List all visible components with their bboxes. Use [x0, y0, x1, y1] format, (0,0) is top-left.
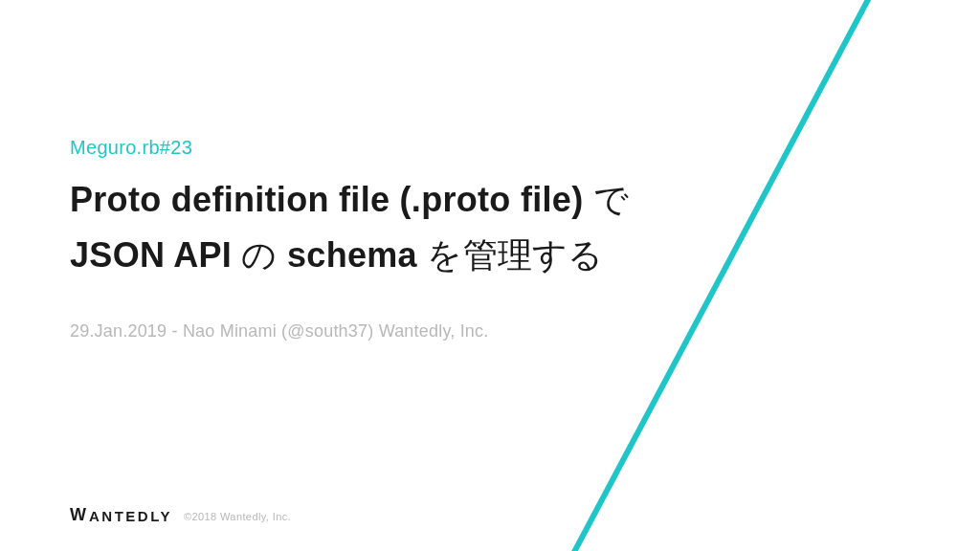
logo-mark-icon: W: [70, 505, 86, 525]
title-line-1: Proto definition file (.proto file) で: [70, 172, 629, 228]
title-mid-2: の: [232, 235, 287, 275]
logo-text: ANTEDLY: [89, 508, 172, 524]
title-bold-2b: schema: [287, 235, 417, 275]
wantedly-logo: WANTEDLY: [70, 506, 172, 526]
byline: 29.Jan.2019 - Nao Minami (@south37) Want…: [70, 321, 488, 342]
title-bold-1: Proto definition file (.proto file): [70, 180, 583, 219]
talk-title: Proto definition file (.proto file) で JS…: [70, 172, 629, 282]
slide: Meguro.rb#23 Proto definition file (.pro…: [0, 0, 980, 551]
footer: WANTEDLY ©2018 Wantedly, Inc.: [70, 506, 291, 526]
title-rest-2: を管理する: [417, 235, 604, 275]
title-rest-1: で: [583, 180, 629, 219]
title-line-2: JSON API の schema を管理する: [70, 228, 629, 283]
title-bold-2a: JSON API: [70, 235, 232, 275]
event-name: Meguro.rb#23: [70, 137, 192, 159]
copyright: ©2018 Wantedly, Inc.: [184, 511, 291, 522]
